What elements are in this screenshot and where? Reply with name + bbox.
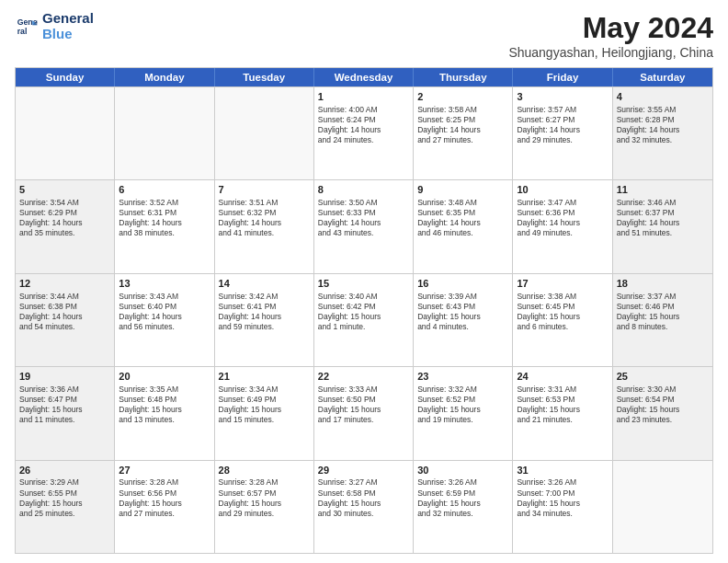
day-number: 4 [617, 90, 709, 104]
calendar-cell-11: 11Sunrise: 3:46 AM Sunset: 6:37 PM Dayli… [613, 180, 712, 272]
calendar-cell-21: 21Sunrise: 3:34 AM Sunset: 6:49 PM Dayli… [215, 367, 314, 459]
title-block: May 2024 Shuangyashan, Heilongjiang, Chi… [508, 11, 713, 60]
empty-cell [115, 87, 214, 179]
cell-info: Sunrise: 3:55 AM Sunset: 6:28 PM Dayligh… [617, 105, 709, 145]
cell-info: Sunrise: 3:57 AM Sunset: 6:27 PM Dayligh… [517, 105, 608, 145]
day-number: 24 [517, 370, 608, 384]
calendar-cell-14: 14Sunrise: 3:42 AM Sunset: 6:41 PM Dayli… [215, 274, 314, 366]
day-number: 7 [219, 183, 310, 197]
month-title: May 2024 [508, 11, 713, 45]
day-number: 23 [417, 370, 508, 384]
cell-info: Sunrise: 3:26 AM Sunset: 7:00 PM Dayligh… [517, 477, 608, 518]
calendar-row-5: 26Sunrise: 3:29 AM Sunset: 6:55 PM Dayli… [16, 460, 712, 553]
cell-info: Sunrise: 3:43 AM Sunset: 6:40 PM Dayligh… [119, 292, 210, 332]
cell-info: Sunrise: 3:38 AM Sunset: 6:45 PM Dayligh… [517, 292, 608, 332]
calendar-cell-10: 10Sunrise: 3:47 AM Sunset: 6:36 PM Dayli… [513, 180, 612, 272]
cell-info: Sunrise: 3:47 AM Sunset: 6:36 PM Dayligh… [517, 198, 608, 238]
day-number: 6 [119, 183, 210, 197]
calendar-cell-19: 19Sunrise: 3:36 AM Sunset: 6:47 PM Dayli… [16, 367, 115, 459]
calendar-row-3: 12Sunrise: 3:44 AM Sunset: 6:38 PM Dayli… [16, 273, 712, 366]
calendar-cell-22: 22Sunrise: 3:33 AM Sunset: 6:50 PM Dayli… [314, 367, 414, 459]
cell-info: Sunrise: 3:31 AM Sunset: 6:53 PM Dayligh… [517, 385, 608, 425]
calendar-row-4: 19Sunrise: 3:36 AM Sunset: 6:47 PM Dayli… [16, 366, 712, 459]
day-header-sunday: Sunday [16, 68, 115, 86]
calendar-header: SundayMondayTuesdayWednesdayThursdayFrid… [16, 68, 712, 86]
day-number: 13 [119, 277, 210, 291]
day-header-tuesday: Tuesday [215, 68, 314, 86]
cell-info: Sunrise: 3:58 AM Sunset: 6:25 PM Dayligh… [417, 105, 508, 145]
day-number: 27 [119, 464, 210, 477]
day-number: 19 [19, 370, 110, 384]
calendar-cell-27: 27Sunrise: 3:28 AM Sunset: 6:56 PM Dayli… [115, 461, 214, 553]
day-number: 15 [318, 277, 409, 291]
day-number: 11 [617, 183, 709, 197]
cell-info: Sunrise: 3:42 AM Sunset: 6:41 PM Dayligh… [219, 292, 310, 332]
cell-info: Sunrise: 3:40 AM Sunset: 6:42 PM Dayligh… [318, 292, 409, 332]
cell-info: Sunrise: 3:52 AM Sunset: 6:31 PM Dayligh… [119, 198, 210, 238]
day-header-saturday: Saturday [613, 68, 712, 86]
calendar-cell-26: 26Sunrise: 3:29 AM Sunset: 6:55 PM Dayli… [16, 461, 115, 553]
cell-info: Sunrise: 3:48 AM Sunset: 6:35 PM Dayligh… [417, 198, 508, 238]
day-number: 14 [219, 277, 310, 291]
calendar-cell-29: 29Sunrise: 3:27 AM Sunset: 6:58 PM Dayli… [314, 461, 414, 553]
cell-info: Sunrise: 3:50 AM Sunset: 6:33 PM Dayligh… [318, 198, 409, 238]
svg-text:ral: ral [17, 26, 28, 35]
logo-name: General Blue [42, 11, 94, 41]
calendar-cell-30: 30Sunrise: 3:26 AM Sunset: 6:59 PM Dayli… [414, 461, 513, 553]
calendar-cell-5: 5Sunrise: 3:54 AM Sunset: 6:29 PM Daylig… [16, 180, 115, 272]
day-header-thursday: Thursday [414, 68, 513, 86]
calendar-cell-2: 2Sunrise: 3:58 AM Sunset: 6:25 PM Daylig… [414, 87, 513, 179]
calendar-cell-23: 23Sunrise: 3:32 AM Sunset: 6:52 PM Dayli… [414, 367, 513, 459]
cell-info: Sunrise: 3:44 AM Sunset: 6:38 PM Dayligh… [19, 292, 110, 332]
day-number: 17 [517, 277, 608, 291]
location: Shuangyashan, Heilongjiang, China [508, 45, 713, 60]
cell-info: Sunrise: 3:46 AM Sunset: 6:37 PM Dayligh… [617, 198, 709, 238]
calendar-cell-1: 1Sunrise: 4:00 AM Sunset: 6:24 PM Daylig… [314, 87, 414, 179]
cell-info: Sunrise: 3:32 AM Sunset: 6:52 PM Dayligh… [417, 385, 508, 425]
calendar-cell-28: 28Sunrise: 3:28 AM Sunset: 6:57 PM Dayli… [215, 461, 314, 553]
logo: Gene ral General Blue [15, 11, 94, 41]
day-header-friday: Friday [513, 68, 612, 86]
calendar-cell-9: 9Sunrise: 3:48 AM Sunset: 6:35 PM Daylig… [414, 180, 513, 272]
calendar-cell-31: 31Sunrise: 3:26 AM Sunset: 7:00 PM Dayli… [513, 461, 612, 553]
calendar-cell-4: 4Sunrise: 3:55 AM Sunset: 6:28 PM Daylig… [613, 87, 712, 179]
day-number: 5 [19, 183, 110, 197]
calendar-cell-6: 6Sunrise: 3:52 AM Sunset: 6:31 PM Daylig… [115, 180, 214, 272]
calendar-cell-13: 13Sunrise: 3:43 AM Sunset: 6:40 PM Dayli… [115, 274, 214, 366]
calendar-row-1: 1Sunrise: 4:00 AM Sunset: 6:24 PM Daylig… [16, 86, 712, 179]
cell-info: Sunrise: 3:37 AM Sunset: 6:46 PM Dayligh… [617, 292, 709, 332]
cell-info: Sunrise: 3:54 AM Sunset: 6:29 PM Dayligh… [19, 198, 110, 238]
calendar-row-2: 5Sunrise: 3:54 AM Sunset: 6:29 PM Daylig… [16, 179, 712, 272]
cell-info: Sunrise: 3:28 AM Sunset: 6:57 PM Dayligh… [219, 477, 310, 518]
cell-info: Sunrise: 3:34 AM Sunset: 6:49 PM Dayligh… [219, 385, 310, 425]
day-number: 2 [417, 90, 508, 104]
day-header-monday: Monday [115, 68, 214, 86]
day-number: 21 [219, 370, 310, 384]
day-number: 10 [517, 183, 608, 197]
empty-cell [613, 461, 712, 553]
cell-info: Sunrise: 3:30 AM Sunset: 6:54 PM Dayligh… [617, 385, 709, 425]
day-header-wednesday: Wednesday [314, 68, 414, 86]
day-number: 18 [617, 277, 709, 291]
cell-info: Sunrise: 3:39 AM Sunset: 6:43 PM Dayligh… [417, 292, 508, 332]
calendar-cell-7: 7Sunrise: 3:51 AM Sunset: 6:32 PM Daylig… [215, 180, 314, 272]
cell-info: Sunrise: 3:51 AM Sunset: 6:32 PM Dayligh… [219, 198, 310, 238]
calendar: SundayMondayTuesdayWednesdayThursdayFrid… [15, 67, 713, 554]
day-number: 30 [417, 464, 508, 477]
day-number: 20 [119, 370, 210, 384]
calendar-cell-12: 12Sunrise: 3:44 AM Sunset: 6:38 PM Dayli… [16, 274, 115, 366]
day-number: 9 [417, 183, 508, 197]
day-number: 29 [318, 464, 409, 477]
empty-cell [16, 87, 115, 179]
cell-info: Sunrise: 3:26 AM Sunset: 6:59 PM Dayligh… [417, 477, 508, 518]
calendar-cell-25: 25Sunrise: 3:30 AM Sunset: 6:54 PM Dayli… [613, 367, 712, 459]
calendar-cell-15: 15Sunrise: 3:40 AM Sunset: 6:42 PM Dayli… [314, 274, 414, 366]
day-number: 31 [517, 464, 608, 477]
cell-info: Sunrise: 3:28 AM Sunset: 6:56 PM Dayligh… [119, 477, 210, 518]
calendar-cell-16: 16Sunrise: 3:39 AM Sunset: 6:43 PM Dayli… [414, 274, 513, 366]
calendar-cell-17: 17Sunrise: 3:38 AM Sunset: 6:45 PM Dayli… [513, 274, 612, 366]
header: Gene ral General Blue May 2024 Shuangyas… [15, 11, 713, 60]
calendar-cell-3: 3Sunrise: 3:57 AM Sunset: 6:27 PM Daylig… [513, 87, 612, 179]
day-number: 8 [318, 183, 409, 197]
day-number: 25 [617, 370, 709, 384]
